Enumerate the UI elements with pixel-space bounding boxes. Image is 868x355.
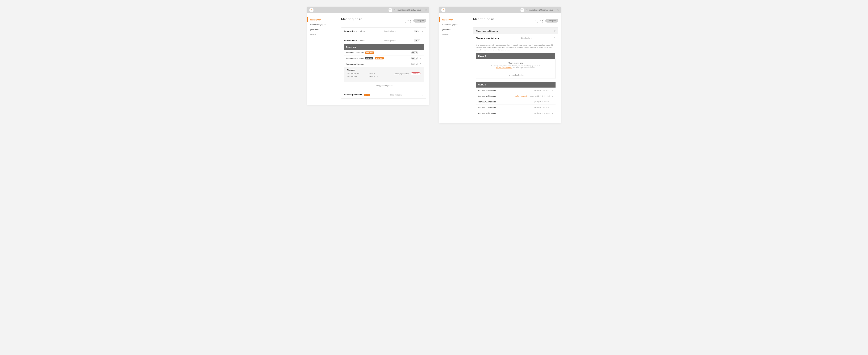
- group-row-toggle[interactable]: dienstengroepnaam groep 3 machtigingen ⌄: [341, 91, 426, 99]
- sidebar-item-ketenmachtigingen[interactable]: ketenmachtigingen: [307, 22, 339, 27]
- sidebar-item-groepen[interactable]: groepen: [307, 32, 339, 37]
- info-icon[interactable]: ⓘ: [554, 30, 556, 32]
- download-icon: [541, 20, 543, 22]
- provider-title: dienstverlener: [344, 39, 357, 42]
- user-name: Voornaam Achternaam: [478, 112, 496, 114]
- user-row[interactable]: Voornaam Achternaam geldig tot: 21-07-20…: [476, 87, 556, 93]
- sidebar-item-machtigingen[interactable]: machtigingen: [439, 17, 470, 22]
- details-heading: Algemeen: [347, 69, 421, 71]
- revoke-button[interactable]: intrekken: [411, 72, 421, 75]
- chevron-up-icon: ⌃: [420, 63, 421, 65]
- sidebar: machtigingen ketenmachtigingen gebruiker…: [307, 13, 339, 105]
- validity-text: geldig tot: 21-07-2021: [534, 107, 550, 108]
- svg-line-6: [538, 21, 538, 21]
- add-button[interactable]: + voeg toe: [413, 19, 426, 23]
- settings-button[interactable]: [423, 7, 429, 13]
- empty-title: Geen gebruikers: [479, 62, 552, 64]
- provider-row-left: dienstverlener - dienst: [344, 30, 365, 32]
- empty-add-link[interactable]: Voeg een gebruiker toe: [496, 67, 512, 68]
- user-row[interactable]: Voornaam Achternaam geldig tot: 21-07-20…: [476, 105, 556, 110]
- user-details: Algemeen Machtiging sinds: 15-2-2015 Mac…: [344, 67, 424, 81]
- logo-letter: Z: [443, 9, 444, 11]
- since-label: Machtiging sinds:: [347, 72, 361, 74]
- validity-text: geldig tot: 21-07-2021: [534, 112, 550, 114]
- user-name: Voornaam Achternaam: [346, 58, 364, 59]
- dash-separator: -: [358, 39, 359, 42]
- tag-beheerder: beheerder: [365, 51, 374, 54]
- user-row[interactable]: Voornaam Achternaam EH3 ⌃: [344, 61, 424, 67]
- search-button[interactable]: [404, 19, 407, 23]
- settings-button[interactable]: [555, 7, 561, 13]
- since-value: 15-2-2015: [368, 72, 375, 74]
- svg-point-5: [537, 20, 538, 21]
- level-2-box: Niveau 2 Geen gebruikers Er zijn nog gee…: [476, 53, 556, 79]
- provider-row-right: EH3 ⌄: [414, 30, 424, 32]
- provider-row-toggle[interactable]: dienstverlener - dienst 6 machtigingen E…: [341, 28, 426, 35]
- level-header: Niveau 2+: [476, 82, 556, 87]
- add-button[interactable]: + voeg toe: [545, 19, 558, 23]
- eh-badge: EH3: [411, 63, 418, 65]
- extend-link[interactable]: verleng machtiging: [515, 95, 528, 97]
- chevron-down-icon: ⌄: [420, 57, 421, 60]
- logo[interactable]: Z: [441, 8, 445, 12]
- provider-row-toggle[interactable]: dienstverlener - dienst 6 machtigingen E…: [341, 37, 426, 44]
- provider-count: 6 machtigingen: [384, 30, 396, 32]
- sidebar-item-machtigingen[interactable]: machtigingen: [307, 17, 339, 22]
- warning-icon: !: [548, 95, 550, 97]
- top-right-group: RB robert.vandenberg@ketelaar-klip.nl: [389, 7, 427, 13]
- edit-icon[interactable]: ✎: [377, 75, 378, 77]
- validity-text: geldig tot: 21-10-2019: [530, 95, 545, 97]
- topbar: Z RB robert.vandenberg@ketelaar-klip.nl: [307, 7, 429, 13]
- svg-point-1: [405, 20, 406, 21]
- group-title: dienstengroepnaam: [344, 94, 362, 96]
- until-value: 15-2-2020 ✎: [368, 75, 378, 77]
- banner-title: Algemene machtigingen: [476, 30, 498, 32]
- user-row[interactable]: Voornaam Achternaam geldig tot: 21-07-20…: [476, 99, 556, 105]
- user-name: Voornaam Achternaam: [346, 52, 364, 54]
- search-icon: [405, 20, 406, 22]
- chevron-down-icon: ⌄: [551, 101, 553, 103]
- revoke-label: Machtiging intrekken: [394, 73, 409, 75]
- section-toggle-row[interactable]: Algemene machtigingen 12 gebruikers ⌃: [473, 34, 558, 42]
- logo-letter: Z: [311, 9, 312, 11]
- user-row[interactable]: Voornaam Achternaam verleng machtiging g…: [476, 93, 556, 99]
- empty-state: Geen gebruikers Er zijn nog geen gebruik…: [476, 59, 555, 72]
- avatar[interactable]: RB: [521, 8, 524, 12]
- chevron-down-icon: ⌄: [420, 51, 421, 54]
- add-user-button[interactable]: + voeg gebruiker toe: [476, 72, 555, 78]
- sidebar-item-groepen[interactable]: groepen: [439, 32, 470, 37]
- page-header: Machtigingen + voeg toe: [473, 17, 558, 24]
- users-block: Gebruikers Voornaam Achternaam beheerder…: [344, 44, 424, 82]
- user-row[interactable]: Voornaam Achternaam geldig tot: 21-07-20…: [476, 110, 556, 116]
- download-icon: [409, 20, 411, 22]
- chevron-up-icon: ⌃: [422, 39, 424, 42]
- svg-point-0: [426, 10, 426, 10]
- download-button[interactable]: [408, 19, 412, 23]
- eh-badge: EH3: [414, 30, 420, 32]
- sidebar-item-ketenmachtigingen[interactable]: ketenmachtigingen: [439, 22, 470, 27]
- avatar[interactable]: RB: [389, 8, 392, 12]
- sidebar-item-gebruikers[interactable]: gebruikers: [307, 27, 339, 32]
- user-row[interactable]: Voornaam Achternaam dit ben jij beheerde…: [344, 56, 424, 61]
- level-header: Niveau 2: [476, 53, 555, 59]
- user-row[interactable]: Voornaam Achternaam beheerder EH3 ⌄: [344, 50, 424, 56]
- app-screen-left: Z RB robert.vandenberg@ketelaar-klip.nl …: [307, 7, 429, 105]
- tag-group: groep: [364, 94, 370, 96]
- search-button[interactable]: [535, 19, 539, 23]
- user-name: Voornaam Achternaam: [478, 101, 496, 103]
- add-authorized-button[interactable]: + voeg gemachtigde toe: [341, 82, 426, 89]
- general-section: Algemene machtigingen ⓘ Algemene machtig…: [473, 27, 558, 117]
- page-actions: + voeg toe: [404, 19, 426, 23]
- until-label: Machtiging tot:: [347, 75, 361, 77]
- logo[interactable]: Z: [309, 8, 313, 12]
- section-description: Een algemene machtiging geeft een gebrui…: [473, 42, 558, 53]
- topbar: Z RB robert.vandenberg@ketelaar-klip.nl: [439, 7, 561, 13]
- download-button[interactable]: [540, 19, 544, 23]
- eh-badge: EH3: [411, 51, 418, 54]
- chevron-down-icon: ⌄: [551, 89, 553, 92]
- top-right-group: RB robert.vandenberg@ketelaar-klip.nl: [521, 7, 559, 13]
- sidebar-item-gebruikers[interactable]: gebruikers: [439, 27, 470, 32]
- body: machtigingen ketenmachtigingen gebruiker…: [439, 13, 561, 123]
- tag-self: dit ben jij: [365, 57, 373, 60]
- page-header: Machtigingen + voeg toe: [341, 17, 426, 24]
